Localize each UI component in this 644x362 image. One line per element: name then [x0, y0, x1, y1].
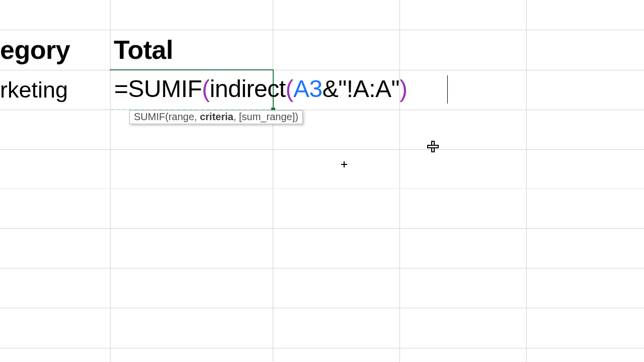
tip-arg-current[interactable]: criteria: [200, 111, 233, 122]
cell-a3[interactable]: rketing: [0, 70, 110, 110]
tip-arg[interactable]: range: [169, 111, 194, 122]
grid-hline: [0, 188, 644, 189]
grid-hline: [0, 308, 644, 308]
cell-value: rketing: [0, 77, 68, 103]
formula-string: "!A:A": [338, 75, 399, 102]
text-caret: [447, 75, 448, 104]
grid-hline: [0, 348, 644, 348]
function-tooltip[interactable]: SUMIF(range, criteria, [sum_range]): [129, 110, 303, 124]
tip-open: (: [165, 111, 169, 122]
formula-fn-inner: indirect: [210, 75, 286, 102]
select-cursor-icon: [427, 141, 438, 152]
header-label: Total: [114, 35, 173, 65]
header-label: egory: [0, 35, 70, 65]
grid-hline: [0, 149, 644, 150]
formula-eq: =: [114, 75, 128, 102]
grid-hline: [0, 228, 644, 229]
tip-arg[interactable]: [sum_range]: [239, 111, 295, 122]
formula-paren: (: [286, 75, 293, 102]
tip-sep: ,: [233, 111, 239, 122]
formula-paren: (: [202, 75, 209, 102]
move-cursor-icon: [341, 161, 347, 167]
header-cell-category[interactable]: egory: [0, 30, 110, 69]
tip-close: ): [295, 111, 298, 122]
header-cell-total[interactable]: Total: [114, 30, 273, 69]
tip-fn: SUMIF: [134, 111, 165, 122]
formula-input[interactable]: =SUMIF(indirect(A3&"!A:A"): [114, 75, 408, 103]
formula-paren: ): [399, 75, 407, 102]
spreadsheet-grid[interactable]: egory Total rketing =SUMIF(indirect(A3&"…: [0, 0, 644, 362]
formula-ref: A3: [293, 75, 323, 102]
grid-hline: [0, 268, 644, 268]
formula-op: &: [323, 75, 339, 102]
edit-border-top: [110, 69, 274, 70]
formula-fn-outer: SUMIF: [128, 75, 202, 102]
tip-sep: ,: [194, 111, 200, 122]
grid-hline: [0, 110, 644, 110]
